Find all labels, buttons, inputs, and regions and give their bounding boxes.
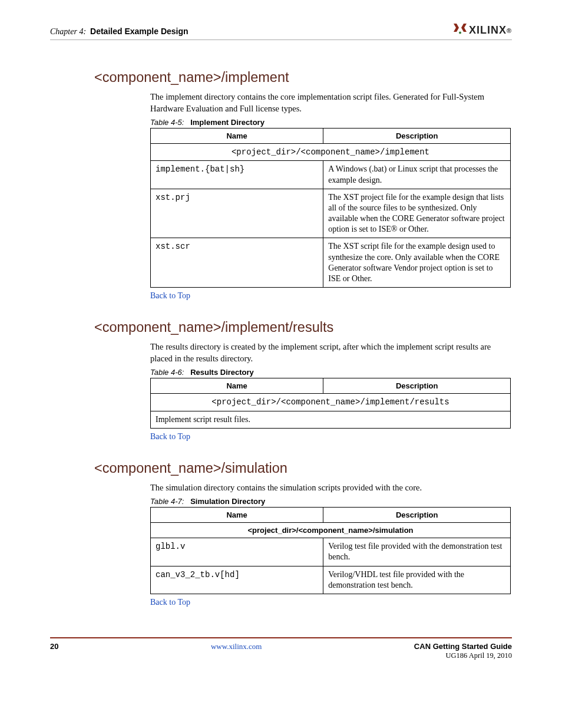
table-header-row: Name Description: [151, 508, 511, 523]
cell-name: can_v3_2_tb.v[hd]: [151, 566, 323, 594]
col-description: Description: [323, 508, 511, 523]
guide-title: CAN Getting Started Guide: [414, 642, 512, 651]
table-caption: Table 4-7: Simulation Directory: [150, 497, 512, 506]
page-footer: 20 www.xilinx.com CAN Getting Started Gu…: [50, 637, 512, 660]
page-header: Chapter 4: Detailed Example Design XILIN…: [50, 24, 512, 40]
cell-desc: The XST script file for the example desi…: [323, 238, 511, 288]
cell-name: xst.scr: [151, 238, 323, 288]
table-row: Implement script result files.: [151, 411, 511, 428]
path-cell: <project_dir>/<component_name>/implement: [151, 144, 511, 161]
table-row: xst.scr The XST script file for the exam…: [151, 238, 511, 288]
table-caption: Table 4-6: Results Directory: [150, 368, 512, 377]
results-directory-table: Name Description <project_dir>/<componen…: [150, 378, 511, 428]
table-path-row: <project_dir>/<component_name>/implement: [151, 144, 511, 161]
reg-mark: ®: [507, 27, 512, 34]
table-header-row: Name Description: [151, 129, 511, 144]
back-to-top-link[interactable]: Back to Top: [150, 291, 512, 301]
table-header-row: Name Description: [151, 378, 511, 394]
table-label: Table 4-5:: [150, 118, 184, 127]
section-intro: The simulation directory contains the si…: [150, 482, 512, 494]
table-label: Table 4-6:: [150, 368, 184, 377]
cell-desc: Verilog test file provided with the demo…: [323, 538, 511, 566]
logo-text: XILINX: [469, 24, 507, 37]
cell-desc: Verilog/VHDL test file provided with the…: [323, 566, 511, 594]
section-heading-results: <component_name>/implement/results: [94, 319, 512, 335]
col-description: Description: [323, 129, 511, 144]
table-label: Table 4-7:: [150, 497, 184, 506]
path-cell: <project_dir>/<component_name>/simulatio…: [151, 523, 511, 538]
table-path-row: <project_dir>/<component_name>/simulatio…: [151, 523, 511, 538]
simulation-directory-table: Name Description <project_dir>/<componen…: [150, 507, 511, 594]
svg-point-0: [459, 32, 461, 34]
chapter-num: Chapter 4:: [50, 27, 86, 36]
cell-desc: A Windows (.bat) or Linux script that pr…: [323, 161, 511, 189]
table-title: Implement Directory: [190, 118, 265, 127]
col-description: Description: [323, 378, 511, 394]
cell-full: Implement script result files.: [151, 411, 511, 428]
ug-number: UG186 April 19, 2010: [445, 651, 512, 660]
table-caption: Table 4-5: Implement Directory: [150, 118, 512, 127]
cell-name: glbl.v: [151, 538, 323, 566]
cell-name: xst.prj: [151, 189, 323, 238]
table-row: glbl.v Verilog test file provided with t…: [151, 538, 511, 566]
xilinx-url-link[interactable]: www.xilinx.com: [211, 642, 262, 651]
footer-right: CAN Getting Started Guide UG186 April 19…: [414, 642, 512, 660]
chapter-title: Detailed Example Design: [90, 27, 189, 36]
table-row: can_v3_2_tb.v[hd] Verilog/VHDL test file…: [151, 566, 511, 594]
section-heading-simulation: <component_name>/simulation: [94, 460, 512, 476]
chapter-label: Chapter 4: Detailed Example Design: [50, 27, 189, 37]
footer-url: www.xilinx.com: [211, 642, 262, 651]
page-number: 20: [50, 642, 58, 651]
col-name: Name: [151, 129, 323, 144]
section-heading-implement: <component_name>/implement: [94, 70, 512, 85]
section-intro: The results directory is created by the …: [150, 341, 512, 364]
table-title: Results Directory: [190, 368, 254, 377]
cell-name: implement.{bat|sh}: [151, 161, 323, 189]
xilinx-logo: XILINX ®: [454, 24, 512, 37]
col-name: Name: [151, 378, 323, 394]
back-to-top-link[interactable]: Back to Top: [150, 598, 512, 607]
table-row: xst.prj The XST project file for the exa…: [151, 189, 511, 238]
path-cell: <project_dir>/<component_name>/implement…: [151, 394, 511, 411]
table-path-row: <project_dir>/<component_name>/implement…: [151, 394, 511, 411]
table-row: implement.{bat|sh} A Windows (.bat) or L…: [151, 161, 511, 189]
table-title: Simulation Directory: [190, 497, 265, 506]
back-to-top-link[interactable]: Back to Top: [150, 432, 512, 442]
implement-directory-table: Name Description <project_dir>/<componen…: [150, 128, 511, 288]
col-name: Name: [151, 508, 323, 523]
cell-desc: The XST project file for the example des…: [323, 189, 511, 238]
logo-icon: [454, 24, 467, 37]
section-intro: The implement directory contains the cor…: [150, 91, 512, 114]
